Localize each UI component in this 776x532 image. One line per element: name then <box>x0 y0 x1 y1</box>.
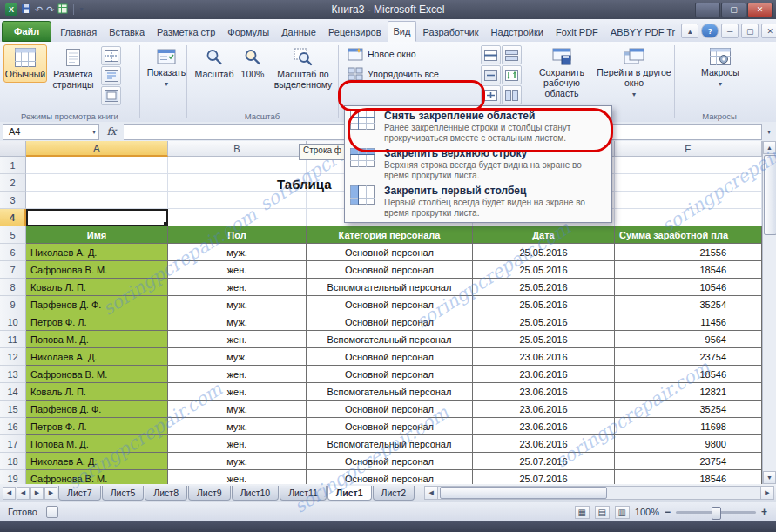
header-cell-sex[interactable]: Пол <box>168 226 307 244</box>
cell-name[interactable]: Коваль Л. П. <box>26 383 168 401</box>
cell[interactable] <box>615 174 762 192</box>
cell-name[interactable]: Петров Ф. Л. <box>26 418 168 435</box>
row-number[interactable]: 9 <box>0 296 26 313</box>
cell-date[interactable]: 23.06.2016 <box>473 366 615 383</box>
zoom-slider-thumb[interactable] <box>712 507 721 520</box>
cell[interactable] <box>615 192 762 209</box>
cell-sum[interactable]: 21556 <box>615 244 762 261</box>
workbook-close-icon[interactable]: ✕ <box>761 24 776 38</box>
cell[interactable] <box>615 209 762 226</box>
cell-category[interactable]: Основной персонал <box>307 244 473 261</box>
cell-sum[interactable]: 10546 <box>615 279 762 296</box>
sheet-tab[interactable]: Лист11 <box>280 486 327 501</box>
custom-views-button[interactable] <box>101 66 121 85</box>
sheet-tab[interactable]: Лист9 <box>188 486 231 501</box>
sheet-tab[interactable]: Лист10 <box>232 486 280 501</box>
reset-window-position-button[interactable] <box>502 85 522 104</box>
cell-sex[interactable]: муж. <box>168 418 307 435</box>
cell[interactable] <box>615 157 762 174</box>
cell-category[interactable]: Основной персонал <box>307 366 473 383</box>
ribbon-tab[interactable]: Foxit PDF <box>550 22 604 42</box>
row-number[interactable]: 14 <box>0 383 26 401</box>
cell[interactable] <box>26 174 168 192</box>
view-side-by-side-button[interactable] <box>502 45 522 64</box>
macro-record-button[interactable] <box>46 506 58 518</box>
full-screen-button[interactable] <box>101 86 121 105</box>
ribbon-tab[interactable]: Рецензиров <box>322 22 388 42</box>
ribbon-tab[interactable]: Главная <box>54 22 103 42</box>
view-page-break-button[interactable]: ▥ <box>615 506 630 519</box>
scroll-up-icon[interactable]: ▲ <box>763 141 776 154</box>
cell[interactable] <box>168 192 307 209</box>
column-header-b[interactable]: B <box>168 141 307 157</box>
cell-date[interactable]: 25.05.2016 <box>473 296 615 313</box>
page-layout-view-button[interactable]: Разметка страницы <box>44 44 103 93</box>
cell-sum[interactable]: 11456 <box>615 313 762 331</box>
zoom-100-button[interactable]: 100% <box>233 44 272 83</box>
menu-item-freeze-top-row[interactable]: Закрепить верхнюю строку Верхняя строка … <box>347 145 610 183</box>
cell-category[interactable]: Вспомогательный персонал <box>307 383 473 401</box>
cell-category[interactable]: Основной персонал <box>307 261 473 279</box>
first-sheet-icon[interactable]: ◀ <box>3 487 16 500</box>
cell-sex[interactable]: жен. <box>168 383 307 401</box>
row-number[interactable]: 8 <box>0 279 26 296</box>
minimize-button[interactable]: ─ <box>695 3 720 17</box>
cell-category[interactable]: Основной персонал <box>307 418 473 435</box>
ribbon-tab[interactable]: Разметка стр <box>151 22 221 42</box>
row-number[interactable]: 12 <box>0 348 26 366</box>
cell-category[interactable]: Основной персонал <box>307 470 473 484</box>
cell-date[interactable]: 23.06.2016 <box>473 401 615 418</box>
view-normal-button[interactable]: ▦ <box>575 506 590 519</box>
cell-sex[interactable]: жен. <box>168 366 307 383</box>
row-number[interactable]: 17 <box>0 435 26 453</box>
zoom-button[interactable]: Масштаб <box>192 44 237 83</box>
cell-sum[interactable]: 11698 <box>615 418 762 435</box>
cell-name[interactable]: Парфенов Д. Ф. <box>26 401 168 418</box>
row-number[interactable]: 11 <box>0 331 26 348</box>
ribbon-tab[interactable]: Данные <box>275 22 322 42</box>
cell-sum[interactable]: 23754 <box>615 348 762 366</box>
cell-sum[interactable]: 18546 <box>615 470 762 484</box>
column-header-a[interactable]: A <box>26 141 168 157</box>
scroll-left-icon[interactable]: ◀ <box>425 487 438 499</box>
ribbon-tab[interactable]: Формулы <box>221 22 275 42</box>
name-box[interactable]: A4 ▾ <box>3 124 99 140</box>
cell-category[interactable]: Основной персонал <box>307 453 473 470</box>
page-break-preview-button[interactable] <box>101 46 121 65</box>
cell-name[interactable]: Парфенов Д. Ф. <box>26 296 168 313</box>
hide-window-button[interactable] <box>481 65 501 84</box>
cell-name[interactable]: Сафронова В. М. <box>26 261 168 279</box>
redo-icon[interactable]: ↷ <box>46 3 54 16</box>
zoom-in-button[interactable]: + <box>761 506 767 518</box>
cell-date[interactable]: 23.06.2016 <box>473 418 615 435</box>
cell-date[interactable]: 23.06.2016 <box>473 383 615 401</box>
row-number[interactable]: 3 <box>0 192 26 209</box>
ribbon-tab[interactable]: Разработчик <box>416 22 484 42</box>
zoom-slider[interactable] <box>676 511 756 514</box>
sheet-tab[interactable]: Лист8 <box>145 486 187 501</box>
workbook-restore-icon[interactable]: ▢ <box>741 24 759 38</box>
maximize-button[interactable]: ▢ <box>721 3 746 17</box>
vertical-scrollbar[interactable]: ▲ ▼ <box>762 141 776 484</box>
cell-category[interactable]: Вспомогательный персонал <box>307 279 473 296</box>
cell-date[interactable]: 25.05.2016 <box>473 313 615 331</box>
zoom-out-button[interactable]: − <box>665 506 671 518</box>
split-button[interactable] <box>481 45 501 64</box>
zoom-to-selection-button[interactable]: Масштаб по выделенному <box>268 44 338 93</box>
show-group-button[interactable]: Показать ▾ <box>143 44 190 93</box>
scroll-down-icon[interactable]: ▼ <box>763 471 776 484</box>
cell-sex[interactable]: жен. <box>168 331 307 348</box>
cell-name[interactable]: Коваль Л. П. <box>26 279 168 296</box>
last-sheet-icon[interactable]: ▶ <box>44 487 57 500</box>
row-number[interactable]: 15 <box>0 401 26 418</box>
cell-name[interactable]: Сафронова В. М. <box>26 470 168 484</box>
row-number[interactable]: 2 <box>0 174 26 192</box>
cell-date[interactable]: 23.06.2016 <box>473 348 615 366</box>
close-button[interactable]: ✕ <box>747 3 773 17</box>
cell-sum[interactable]: 35254 <box>615 296 762 313</box>
unhide-window-button[interactable] <box>481 85 501 104</box>
row-number-selected[interactable]: 4 <box>0 209 26 226</box>
sheet-tab[interactable]: Лист7 <box>58 486 101 501</box>
horizontal-scroll-thumb[interactable] <box>440 487 607 499</box>
qat-customize-icon[interactable]: ▾ <box>79 3 83 16</box>
